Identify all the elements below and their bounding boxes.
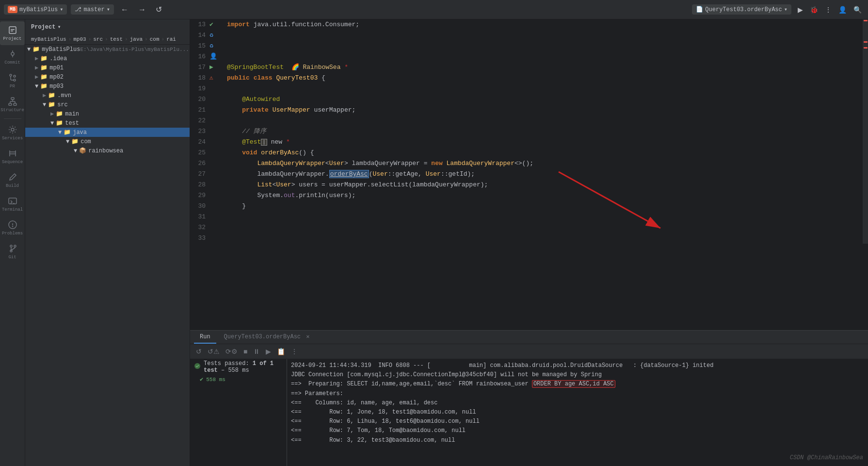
rerun-failed-button[interactable]: ↺⚠ [206,346,222,357]
breadcrumb-item-4[interactable]: java [130,36,143,42]
svg-point-25 [12,226,13,227]
tree-item-com[interactable]: ▼ 📁 com [25,137,190,146]
breadcrumb-item-2[interactable]: src [93,36,103,42]
folder-arrow-icon-java: ▼ [58,129,62,136]
tree-item-mybatisplus[interactable]: ▼ 📁 myBatisPlus E:\Java\MyBatis-Plus\myB… [25,45,190,54]
tree-item-java[interactable]: ▼ 📁 java [25,128,190,137]
sidebar-item-terminal[interactable]: Terminal [0,192,25,216]
sidebar-item-build[interactable]: Build [0,168,25,192]
run-config-name: QueryTest03.orderByAsc [705,6,782,13]
gutter-21: ♻ 👤 [209,41,223,62]
code-lines[interactable]: import java.util.function.Consumer; @Spr… [223,19,862,244]
tree-label-test: test [65,120,79,127]
pause-button[interactable]: ⏸ [251,346,262,357]
svg-rect-1 [11,29,15,30]
breadcrumb-item-3[interactable]: test [110,36,123,42]
settings-button[interactable]: 👤 [836,4,849,16]
file-tree-dropdown-icon: ▾ [57,23,61,31]
sidebar-item-services[interactable]: Services [0,121,25,145]
tree-label-java: java [73,129,87,136]
tree-label-mybatisplus: myBatisPlus [42,46,80,53]
forward-button[interactable]: → [135,3,149,16]
tree-item-idea[interactable]: ▶ 📁 .idea [25,54,190,63]
breadcrumb-item-6[interactable]: rai [166,36,176,42]
sidebar-item-commit[interactable]: Commit [0,45,25,69]
ln-14: 14 [194,30,206,41]
code-line-25: void orderByAsc() { [227,148,862,158]
folder-icon-mybatisplus: 📁 [32,46,40,53]
editor-area: 13 14 15 16 17 18 19 20 21 22 23 24 25 2… [190,19,868,466]
project-badge[interactable]: MB myBatisPlus ▾ [4,4,67,15]
sidebar-item-pr[interactable]: PR [0,69,25,93]
tree-item-test[interactable]: ▼ 📁 test [25,118,190,128]
gutter-17: ✔ [209,19,223,30]
test-result-label: Tests passed: 1 of 1 test – 558 ms [204,360,283,374]
folder-icon-mvn: 📁 [48,92,55,99]
folder-icon-mp01: 📁 [40,64,48,71]
breadcrumb-item-5[interactable]: com [150,36,160,42]
file-tree-header[interactable]: Project ▾ [25,19,190,34]
svg-rect-2 [11,31,13,32]
test-result-item-detail[interactable]: ✔ 558 ms [190,375,287,384]
ln-27: 27 [194,169,206,180]
editor-scroll[interactable]: 13 14 15 16 17 18 19 20 21 22 23 24 25 2… [190,19,868,330]
tab-querytest[interactable]: QueryTest03.orderByAsc ✕ [218,331,316,344]
more-run-button[interactable]: ⋮ [289,346,300,357]
breadcrumb-sep-5: › [161,36,165,42]
code-line-21: private UserMapper userMapper; [227,105,862,116]
folder-icon-com: 📁 [71,138,79,145]
breadcrumb-item-1[interactable]: mp03 [73,36,86,42]
tree-item-mp01[interactable]: ▶ 📁 mp01 [25,63,190,72]
tree-item-mvn[interactable]: ▶ 📁 .mvn [25,91,190,100]
folder-arrow-icon-test: ▼ [50,120,54,127]
breadcrumb-item-0[interactable]: myBatisPlus [31,36,66,42]
sidebar-item-structure[interactable]: Structure [0,93,25,116]
console-output[interactable]: 2024-09-21 11:44:34.319 INFO 6808 --- [ … [287,359,868,466]
run-button[interactable]: ▶ [795,4,805,16]
dump-button[interactable]: 📋 [275,346,287,357]
tree-label-idea: .idea [49,55,67,62]
run-config[interactable]: 📄 QueryTest03.orderByAsc ▾ [692,4,791,15]
stop-button[interactable]: ■ [241,346,249,357]
sidebar-item-project[interactable]: Project [0,21,25,45]
debug-button[interactable]: 🐞 [807,4,820,16]
code-line-26: LambdaQueryWrapper<User> lambdaQueryWrap… [227,158,862,169]
history-back-button[interactable]: ↺ [153,3,165,16]
branch-name: master [83,6,104,13]
test-result-passed[interactable]: Tests passed: 1 of 1 test – 558 ms [190,359,287,375]
sidebar-label-git: Git [8,255,16,260]
tree-item-main[interactable]: ▶ 📁 main [25,109,190,118]
code-line-31 [227,212,862,222]
branch-badge[interactable]: ⎇ master ▾ [71,4,113,15]
bottom-panel: Run QueryTest03.orderByAsc ✕ ↺ ↺⚠ ⟳⚙ ■ ⏸… [190,330,868,466]
tree-item-mp03[interactable]: ▼ 📁 mp03 [25,82,190,91]
rerun-toggle-button[interactable]: ⟳⚙ [224,346,240,357]
search-button[interactable]: 🔍 [851,4,864,16]
more-button[interactable]: ⋮ [822,4,834,16]
ln-28: 28 [194,180,206,190]
folder-arrow-icon-rainbowsea: ▼ [74,148,77,154]
tab-run[interactable]: Run [194,331,216,344]
tab-querytest-close[interactable]: ✕ [306,333,309,340]
code-area: 13 14 15 16 17 18 19 20 21 22 23 24 25 2… [190,19,868,244]
sidebar-item-git[interactable]: Git [0,240,25,264]
tree-item-rainbowsea[interactable]: ▼ 📦 rainbowsea [25,146,190,155]
watermark: CSDN @ChinaRainbowSea [790,454,863,461]
folder-arrow-icon-mp01: ▶ [35,64,38,71]
sidebar-label-services: Services [2,136,23,141]
sidebar-item-problems[interactable]: Problems [0,216,25,240]
back-button[interactable]: ← [118,3,131,16]
resume-button[interactable]: ▶ [264,346,273,357]
rerun-button[interactable]: ↺ [194,346,204,357]
tree-label-mp03: mp03 [49,83,64,90]
sidebar-label-structure: Structure [0,108,24,113]
tree-item-src[interactable]: ▼ 📁 src [25,100,190,109]
tab-querytest-label: QueryTest03.orderByAsc [224,333,301,340]
console-line-3: ==> Preparing: SELECT id,name,age,email,… [291,380,864,389]
gutter-mark-1 [864,20,868,21]
folder-icon-mp03: 📁 [40,83,48,90]
top-bar: MB myBatisPlus ▾ ⎇ master ▾ ← → ↺ 📄 Quer… [0,0,868,19]
tree-item-mp02[interactable]: ▶ 📁 mp02 [25,72,190,82]
sidebar-item-sequence[interactable]: Sequence [0,145,25,168]
code-line-28: List<User> users = userMapper.selectList… [227,180,862,190]
